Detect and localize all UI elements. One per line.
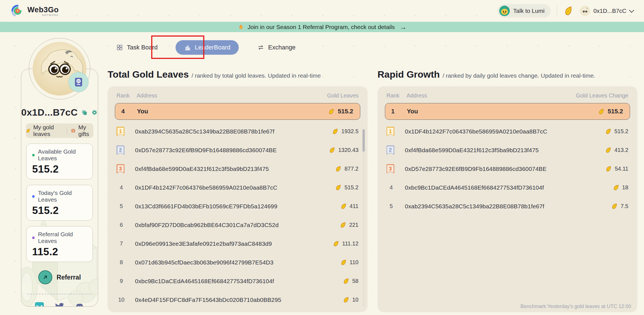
gear-icon[interactable] — [91, 109, 98, 116]
row-value: 411 — [350, 203, 359, 209]
table-header: Rank Address Gold Leaves Change — [385, 89, 630, 102]
row-value: 18 — [622, 184, 628, 191]
my-gold-leaves-label: My gold leaves — [33, 124, 63, 137]
gold-leaf-icon — [332, 240, 340, 247]
web3go-leaderboard-page: { "header": { "logo_title": "Web3Go", "l… — [0, 0, 644, 315]
stat-label: Available Gold Leaves — [38, 148, 87, 162]
referral-button[interactable]: Referral — [21, 270, 98, 284]
row-value: 221 — [349, 222, 358, 228]
table-row: 8 0x071d63b945cfDaec3b063be9096f42799B7E… — [115, 253, 360, 272]
table-row: 1 0xab2394C5635a28C5c1349ba22B8E08B78b1f… — [115, 122, 360, 141]
account-avatar — [580, 6, 590, 16]
rank-badge: 1 — [117, 127, 124, 136]
sidebar-divider — [27, 294, 92, 294]
rank-badge: 4 — [117, 183, 126, 192]
col-address: Address — [137, 92, 327, 99]
chain-passport-badge[interactable] — [68, 72, 89, 92]
chevron-down-icon — [629, 8, 634, 13]
row-value: 54.11 — [615, 166, 628, 172]
top-header: Web3Go NETWORK Talk to Lumi 0x1D...B7cC — [0, 0, 644, 22]
row-value: 515.2 — [344, 184, 358, 191]
passport-icon — [72, 76, 85, 88]
stat-value: 515.2 — [32, 205, 87, 216]
you-label: You — [407, 108, 598, 115]
leaderboard-panel: Rank Address Gold Leaves Change 1 You 51… — [378, 86, 638, 312]
tab-leaderboard[interactable]: LeaderBoard — [176, 40, 239, 55]
header-divider — [557, 5, 557, 17]
banner-link[interactable]: Join in our Season 1 Referral Program, c… — [238, 23, 406, 31]
table-row: 2 0xf4fBda68e599D0aE4321f612c3f5ba9bD213… — [385, 141, 630, 159]
gold-leaf-icon — [328, 108, 335, 115]
board-rapid-growth: Rapid Growth / ranked by daily gold leav… — [378, 69, 638, 312]
mail-icon[interactable] — [35, 302, 44, 307]
gold-leaf-icon[interactable] — [563, 5, 574, 17]
stat-available-gold-leaves: Available Gold Leaves 515.2 — [26, 144, 93, 179]
logo[interactable]: Web3Go NETWORK — [11, 4, 59, 18]
my-gold-leaves-link[interactable]: My gold leaves — [26, 124, 63, 137]
referral-label: Referral — [57, 274, 81, 281]
exchange-icon — [257, 44, 264, 51]
leaderboard-panel: Rank Address Gold Leaves 4 You 515.2 — [108, 86, 368, 312]
col-value: Gold Leaves Change — [576, 92, 628, 99]
row-value: 7.5 — [621, 203, 628, 209]
row-address: 0xf4fBda68e599D0aE4321f612c3f5ba9bD213f4… — [135, 166, 335, 172]
rank-badge: 5 — [117, 202, 126, 211]
board-subtitle: / ranked by total gold leaves. Updated i… — [191, 72, 321, 79]
stat-label: Referral Gold Leaves — [38, 231, 87, 244]
board-title: Total Gold Leaves — [108, 69, 189, 80]
talk-to-lumi-button[interactable]: Talk to Lumi — [498, 4, 551, 18]
tab-label: LeaderBoard — [195, 44, 230, 51]
row-value: 111.12 — [342, 240, 358, 247]
row-address: 0xab2394C5635a28C5c1349ba22B8E08B78b1fe6… — [135, 128, 332, 135]
tabs-row: Task Board LeaderBoard Exchange — [108, 35, 637, 59]
table-row: 3 0xD57e28773c92E6fB9D9Fb164889886cd3600… — [385, 159, 630, 178]
logo-subtitle: NETWORK — [42, 14, 59, 16]
gold-leaf-icon — [611, 202, 618, 210]
discord-icon[interactable] — [75, 302, 84, 307]
stat-todays-gold-leaves: Today's Gold Leaves 515.2 — [26, 185, 93, 221]
row-value: 413.2 — [614, 147, 628, 153]
gold-leaf-icon — [340, 259, 347, 266]
row-value: 110 — [350, 259, 359, 266]
gold-leaf-icon — [340, 202, 347, 210]
banner-text: Join in our Season 1 Referral Program, c… — [248, 24, 395, 30]
referral-program-banner: Join in our Season 1 Referral Program, c… — [0, 22, 644, 32]
rank-badge: 9 — [117, 276, 126, 286]
scrollbar-thumb[interactable] — [363, 129, 365, 152]
row-address: 0xbc9Bc1DaCEdA4645168Ef6684277534fD73610… — [405, 184, 613, 191]
my-gifts-link[interactable]: My gifts — [71, 124, 93, 137]
you-rank: 4 — [118, 108, 137, 115]
row-value: 58 — [352, 278, 358, 284]
you-label: You — [137, 108, 328, 115]
scrollbar-track[interactable] — [363, 129, 365, 307]
gold-leaf-icon — [328, 146, 336, 154]
table-row: 6 0xbfaf90F2D7D0Bcab962bBE64C301Ca7a7dD3… — [115, 216, 360, 234]
row-address: 0x071d63b945cfDaec3b063be9096f42799B7E54… — [135, 259, 340, 266]
rank-badge: 2 — [387, 145, 394, 155]
gold-leaf-icon — [612, 184, 620, 191]
rank-badge: 4 — [387, 183, 396, 192]
gold-leaf-icon — [605, 146, 612, 154]
green-dot-icon — [32, 154, 35, 156]
table-row: 5 0x13Cd3f6661FD4b03bEFb10569cE79FDb5a12… — [115, 197, 360, 216]
table-row: 4 0xbc9Bc1DaCEdA4645168Ef6684277534fD736… — [385, 178, 630, 197]
flame-icon — [238, 24, 244, 30]
talk-to-lumi-label: Talk to Lumi — [513, 8, 544, 14]
twitter-icon[interactable] — [55, 302, 64, 307]
pill-divider — [67, 127, 67, 134]
rank-badge: 5 — [387, 202, 396, 211]
row-address: 0xD96e09913ee3E3afafe0921e2baf973aaC8483… — [135, 240, 333, 247]
tab-exchange[interactable]: Exchange — [257, 44, 295, 51]
table-row: 9 0xbc9Bc1DaCEdA4645168Ef6684277534fD736… — [115, 272, 360, 290]
col-rank: Rank — [387, 92, 407, 99]
table-header: Rank Address Gold Leaves — [115, 89, 360, 102]
table-row: 5 0xab2394C5635a28C5c1349ba22B8E08B78b1f… — [385, 197, 630, 216]
account-menu[interactable]: 0x1D...B7cC — [580, 6, 633, 16]
row-address: 0xbc9Bc1DaCEdA4645168Ef6684277534fD73610… — [135, 278, 343, 285]
tab-task-board[interactable]: Task Board — [116, 44, 158, 51]
social-links — [21, 302, 98, 307]
gold-leaf-icon — [335, 165, 342, 173]
col-address: Address — [407, 92, 576, 99]
copy-icon[interactable] — [81, 109, 88, 116]
logo-title: Web3Go — [27, 6, 59, 14]
